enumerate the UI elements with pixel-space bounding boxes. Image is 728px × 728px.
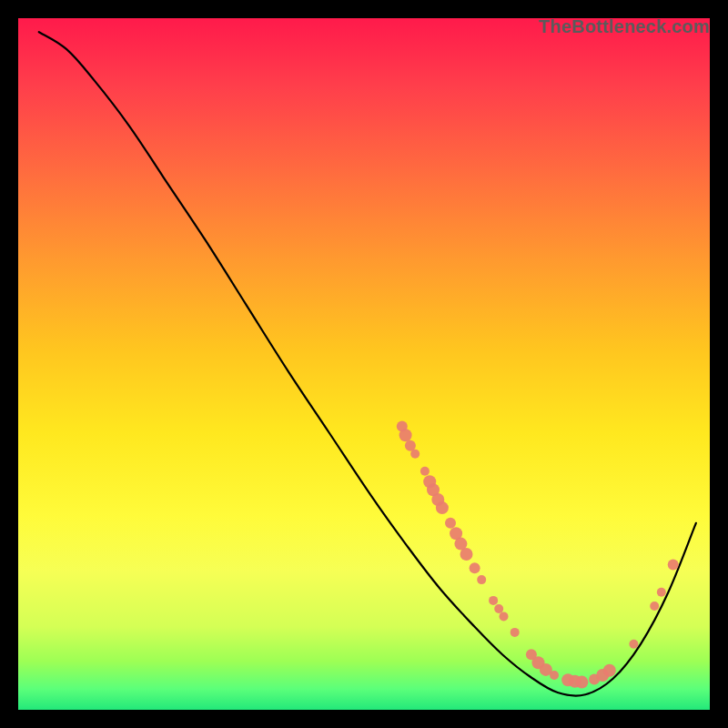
curve-marker: [410, 450, 420, 459]
curve-marker: [477, 575, 486, 584]
curve-marker: [575, 676, 588, 689]
curve-marker: [460, 548, 473, 561]
curve-marker: [494, 604, 503, 613]
curve-marker: [405, 440, 416, 451]
curve-marker: [399, 429, 412, 441]
curve-marker: [668, 559, 679, 570]
curve-marker: [511, 628, 520, 637]
curve-marker: [550, 671, 559, 680]
curve-marker: [470, 562, 480, 573]
curve-marker: [629, 640, 638, 649]
curve-marker: [603, 664, 616, 677]
curve-marker: [650, 602, 659, 611]
curve-marker: [420, 467, 430, 476]
curve-markers: [397, 420, 679, 688]
chart-frame: TheBottleneck.com: [18, 18, 710, 710]
curve-marker: [489, 596, 498, 605]
chart-svg: [18, 18, 710, 710]
bottleneck-curve: [39, 32, 696, 696]
curve-marker: [657, 588, 666, 597]
curve-marker: [436, 501, 449, 514]
curve-marker: [445, 518, 456, 529]
curve-marker: [500, 612, 509, 621]
